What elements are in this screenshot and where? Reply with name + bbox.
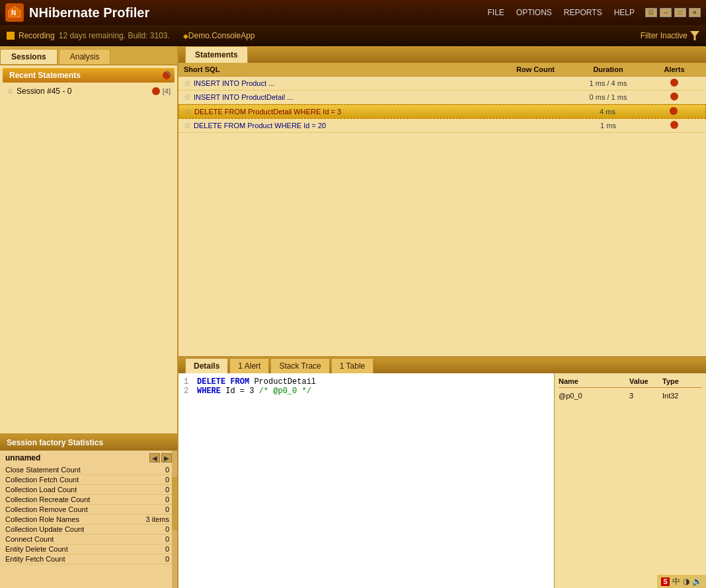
stats-rows: Close Statement Count0Collection Fetch C…	[5, 465, 172, 564]
stats-body: unnamed ◀ ▶ Close Statement Count0Collec…	[0, 451, 177, 588]
col-sql-header: Short SQL	[184, 65, 502, 73]
sql-text-1: INSERT INTO ProductDetail ...	[194, 93, 502, 101]
toolbar-info: 12 days remaining. Build: 3103.	[59, 31, 170, 40]
star-icon-2: ☆	[184, 107, 192, 116]
stmt-row-2[interactable]: ☆ DELETE FROM ProductDetail WHERE Id = 3…	[178, 104, 706, 119]
title-bar: N NHibernate Profiler FILE OPTIONS REPOR…	[0, 0, 706, 25]
menu-reports[interactable]: REPORTS	[564, 8, 602, 17]
alert-dot-45	[152, 87, 160, 95]
main-container: Sessions Analysis ✎ Recent Statements ☆ …	[0, 46, 706, 588]
sql-text-3: DELETE FROM Product WHERE Id = 20	[194, 122, 502, 129]
detail-tab-3[interactable]: 1 Table	[331, 358, 373, 373]
session-tabs: Sessions Analysis	[0, 46, 177, 65]
left-panel: Sessions Analysis ✎ Recent Statements ☆ …	[0, 46, 178, 588]
stats-scrollbar[interactable]	[172, 451, 177, 588]
stats-row-3: Collection Recreate Count0	[5, 495, 172, 505]
minimize-button[interactable]: ─	[660, 8, 672, 17]
app-logo: N	[5, 3, 24, 22]
alert-dot-0	[648, 79, 701, 88]
systray-icon-1: S	[661, 577, 670, 586]
systray-icon-2: 中	[672, 576, 680, 587]
recording-label: Recording	[19, 31, 55, 40]
session-item-recent[interactable]: Recent Statements	[3, 68, 175, 83]
detail-tab-0[interactable]: Details	[185, 358, 228, 373]
stats-factory-name: unnamed	[5, 453, 149, 462]
stmt-row-3[interactable]: ☆ DELETE FROM Product WHERE Id = 20 1 ms	[178, 119, 706, 133]
filter-inactive-label: Filter Inactive	[641, 31, 687, 40]
menu-options[interactable]: OPTIONS	[516, 8, 552, 17]
details-tabs-bar: Details1 AlertStack Trace1 Table	[178, 358, 706, 373]
star-icon-1: ☆	[184, 92, 191, 102]
close-button[interactable]: ✕	[689, 8, 701, 17]
app-title: NHibernate Profiler	[29, 5, 487, 20]
param-row-0: @p0_03Int32	[559, 390, 702, 401]
stmt-row-1[interactable]: ☆ INSERT INTO ProductDetail ... 0 ms / 1…	[178, 91, 706, 104]
sql-text-2: DELETE FROM ProductDetail WHERE Id = 3	[194, 108, 502, 116]
systray: S 中 ◑ 🔊	[657, 575, 706, 588]
stats-row-5: Collection Role Names3 items	[5, 515, 172, 525]
svg-text:N: N	[11, 9, 16, 17]
sql-line: 1DELETE FROM ProductDetail	[184, 377, 549, 386]
duration-3: 1 ms	[569, 122, 648, 129]
filter-inactive-button[interactable]: Filter Inactive	[641, 31, 699, 40]
edit-icon[interactable]: ✎	[165, 68, 173, 79]
stmt-row-0[interactable]: ☆ INSERT INTO Product ... 1 ms / 4 ms	[178, 77, 706, 91]
stats-scrollbar-thumb[interactable]	[172, 477, 177, 530]
stats-prev-button[interactable]: ◀	[149, 453, 160, 462]
stats-row-4: Collection Remove Count0	[5, 505, 172, 515]
app-name-label: Demo.ConsoleApp	[188, 31, 255, 40]
stats-row-1: Collection Fetch Count0	[5, 475, 172, 485]
menu-help[interactable]: HELP	[614, 8, 635, 17]
col-alerts-header: Alerts	[648, 65, 701, 73]
maximize-button[interactable]: □	[674, 8, 686, 17]
menu-file[interactable]: FILE	[487, 8, 504, 17]
alert-dot-2	[647, 107, 700, 116]
alert-dot-1	[648, 92, 701, 102]
stats-panel: Session factory Statistics unnamed ◀ ▶ C…	[0, 433, 177, 588]
star-icon-45: ☆	[7, 87, 14, 96]
sql-text-0: INSERT INTO Product ...	[194, 79, 502, 87]
detail-tab-1[interactable]: 1 Alert	[229, 358, 269, 373]
params-panel: Name Value Type @p0_03Int32	[554, 373, 706, 588]
session-45-count: [4]	[163, 87, 171, 95]
col-duration-header: Duration	[569, 65, 648, 73]
tab-sessions[interactable]: Sessions	[0, 49, 58, 64]
param-col-name: Name	[559, 377, 629, 385]
stmt-columns: Short SQL Row Count Duration Alerts	[178, 63, 706, 77]
stats-next-button[interactable]: ▶	[161, 453, 172, 462]
sql-line: 2WHERE Id = 3 /* @p0_0 */	[184, 386, 549, 396]
params-rows: @p0_03Int32	[559, 390, 702, 401]
recording-indicator	[7, 32, 15, 40]
filter-icon	[690, 31, 699, 40]
duration-1: 0 ms / 1 ms	[569, 93, 648, 101]
params-header: Name Value Type	[559, 377, 702, 388]
checkbox-button[interactable]: ☑	[645, 8, 657, 17]
session-45-label: Session #45 - 0	[17, 87, 149, 96]
param-col-type: Type	[662, 377, 702, 385]
stats-row-0: Close Statement Count0	[5, 465, 172, 475]
tab-statements[interactable]: Statements	[185, 46, 248, 63]
diamond-icon: ◆	[183, 32, 188, 40]
alert-dot-3	[648, 121, 701, 130]
duration-0: 1 ms / 4 ms	[569, 79, 648, 87]
detail-tab-2[interactable]: Stack Trace	[270, 358, 329, 373]
sessions-list: ✎ Recent Statements ☆ Session #45 - 0 [4…	[0, 65, 177, 433]
tab-analysis[interactable]: Analysis	[59, 49, 111, 64]
stmt-rows: ☆ INSERT INTO Product ... 1 ms / 4 ms ☆ …	[178, 77, 706, 133]
session-item-45[interactable]: ☆ Session #45 - 0 [4]	[3, 84, 175, 98]
details-area: Details1 AlertStack Trace1 Table 1DELETE…	[178, 358, 706, 588]
statements-area: Statements Short SQL Row Count Duration …	[178, 46, 706, 358]
stats-header: Session factory Statistics	[0, 435, 177, 451]
col-rowcount-header: Row Count	[502, 65, 569, 73]
toolbar: Recording 12 days remaining. Build: 3103…	[0, 25, 706, 46]
stats-row-7: Connect Count0	[5, 534, 172, 544]
systray-icon-4: 🔊	[692, 577, 702, 586]
stats-row-8: Entity Delete Count0	[5, 544, 172, 554]
window-controls: ☑ ─ □ ✕	[645, 8, 701, 17]
star-icon-0: ☆	[184, 79, 191, 88]
param-col-value: Value	[629, 377, 662, 385]
stats-row-2: Collection Load Count0	[5, 485, 172, 495]
stats-row-6: Collection Update Count0	[5, 525, 172, 534]
details-content: 1DELETE FROM ProductDetail2WHERE Id = 3 …	[178, 373, 706, 588]
sql-display: 1DELETE FROM ProductDetail2WHERE Id = 3 …	[178, 373, 554, 588]
